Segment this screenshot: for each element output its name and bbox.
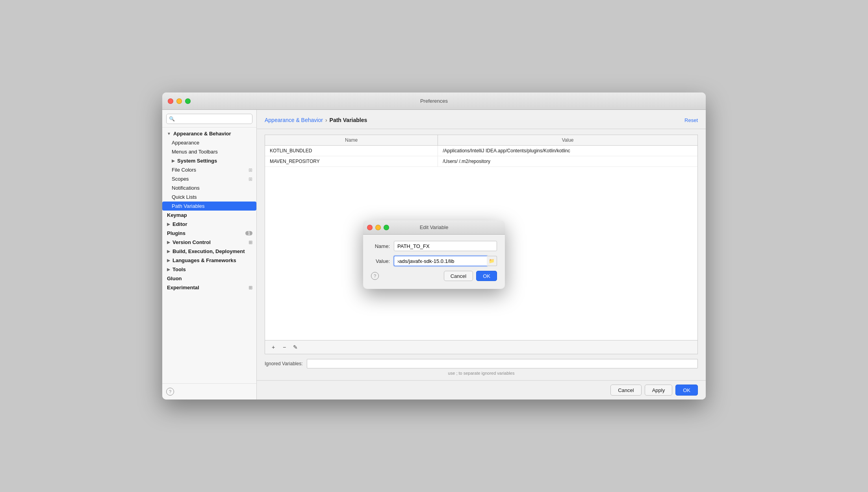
maximize-button[interactable] xyxy=(185,98,191,104)
modal-title: Edit Variable xyxy=(420,224,449,230)
window-title: Preferences xyxy=(420,98,448,104)
modal-buttons: Cancel OK xyxy=(444,271,497,281)
modal-help-button[interactable]: ? xyxy=(371,272,379,280)
preferences-window: Preferences 🔍 ▼ Appearance & Behavior Ap… xyxy=(162,92,706,400)
modal-ok-button[interactable]: OK xyxy=(476,271,497,281)
modal-titlebar-buttons xyxy=(367,225,389,230)
modal-titlebar: Edit Variable xyxy=(363,220,505,235)
modal-value-field: Value: 📁 xyxy=(371,256,497,266)
modal-name-field: Name: xyxy=(371,241,497,251)
minimize-button[interactable] xyxy=(176,98,182,104)
modal-minimize-button[interactable] xyxy=(375,225,381,230)
modal-value-input[interactable] xyxy=(394,256,487,266)
titlebar: Preferences xyxy=(162,92,706,110)
modal-overlay: Edit Variable Name: Value: 📁 xyxy=(162,110,706,400)
modal-name-label: Name: xyxy=(371,243,390,249)
window-body: 🔍 ▼ Appearance & Behavior Appearance Men… xyxy=(162,110,706,400)
browse-button[interactable]: 📁 xyxy=(487,256,497,266)
modal-maximize-button[interactable] xyxy=(384,225,389,230)
modal-cancel-button[interactable]: Cancel xyxy=(444,271,473,281)
edit-variable-modal: Edit Variable Name: Value: 📁 xyxy=(363,220,505,289)
modal-close-button[interactable] xyxy=(367,225,373,230)
value-field-wrap: 📁 xyxy=(394,256,497,266)
modal-value-label: Value: xyxy=(371,258,390,264)
titlebar-buttons xyxy=(168,98,191,104)
modal-body: Name: Value: 📁 ? xyxy=(363,235,505,289)
modal-actions: ? Cancel OK xyxy=(371,271,497,281)
help-icon: ? xyxy=(374,274,376,278)
modal-name-input[interactable] xyxy=(394,241,497,251)
close-button[interactable] xyxy=(168,98,173,104)
folder-icon: 📁 xyxy=(489,258,495,264)
